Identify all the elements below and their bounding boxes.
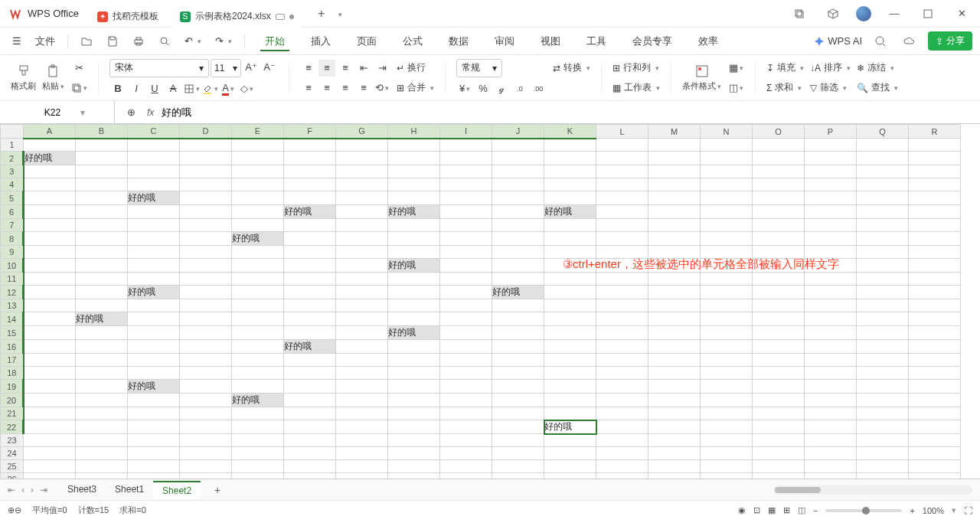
- cell-I22[interactable]: [440, 420, 492, 434]
- cell-J18[interactable]: [492, 367, 544, 380]
- cell-G6[interactable]: [336, 205, 388, 219]
- cell-R3[interactable]: [909, 165, 961, 178]
- cell-D25[interactable]: [180, 460, 232, 473]
- cell-E17[interactable]: [232, 354, 284, 367]
- cell-P9[interactable]: [805, 246, 857, 259]
- cell-P3[interactable]: [805, 165, 857, 178]
- cell-O26[interactable]: [753, 473, 805, 479]
- cell-H6[interactable]: 好的哦: [388, 205, 440, 219]
- select-all-corner[interactable]: [1, 125, 24, 139]
- sheet-nav-last[interactable]: ⇥: [40, 485, 47, 495]
- cell-J26[interactable]: [492, 473, 544, 479]
- cell-B14[interactable]: 好的哦: [76, 312, 128, 326]
- cell-E13[interactable]: [232, 299, 284, 312]
- increase-font-icon[interactable]: A⁺: [243, 59, 260, 76]
- underline-button[interactable]: U: [146, 80, 163, 97]
- cell-G19[interactable]: [336, 380, 388, 394]
- cell-C19[interactable]: 好的哦: [128, 380, 180, 394]
- cell-J17[interactable]: [492, 354, 544, 367]
- cell-E8[interactable]: 好的哦: [232, 232, 284, 246]
- cell-I7[interactable]: [440, 219, 492, 232]
- cell-A1[interactable]: [24, 139, 76, 152]
- cell-K24[interactable]: [544, 447, 596, 460]
- cell-R1[interactable]: [909, 139, 961, 152]
- cell-R20[interactable]: [909, 394, 961, 407]
- cell-I13[interactable]: [440, 299, 492, 312]
- cell-K16[interactable]: [544, 340, 596, 354]
- cell-D5[interactable]: [180, 191, 232, 205]
- cell-O10[interactable]: [753, 259, 805, 273]
- zoom-out-button[interactable]: −: [813, 506, 818, 515]
- cell-N7[interactable]: [701, 219, 753, 232]
- cell-K3[interactable]: [544, 165, 596, 178]
- cell-O25[interactable]: [753, 460, 805, 473]
- cell-O2[interactable]: [753, 152, 805, 165]
- cell-N10[interactable]: [701, 259, 753, 273]
- border-button[interactable]: [183, 80, 200, 97]
- cell-P12[interactable]: [805, 286, 857, 299]
- cell-E21[interactable]: [232, 407, 284, 420]
- cell-B17[interactable]: [76, 354, 128, 367]
- cell-O18[interactable]: [753, 367, 805, 380]
- cell-C6[interactable]: [128, 205, 180, 219]
- cell-H18[interactable]: [388, 367, 440, 380]
- row-header-11[interactable]: 11: [1, 273, 24, 286]
- cell-P10[interactable]: [805, 259, 857, 273]
- col-header-R[interactable]: R: [909, 125, 961, 139]
- cell-O16[interactable]: [753, 340, 805, 354]
- cell-F26[interactable]: [284, 473, 336, 479]
- cell-M24[interactable]: [648, 447, 701, 460]
- cell-N5[interactable]: [701, 191, 753, 205]
- cell-M7[interactable]: [648, 219, 701, 232]
- cell-G8[interactable]: [336, 232, 388, 246]
- cell-Q6[interactable]: [857, 205, 909, 219]
- cell-K22[interactable]: 好的哦: [544, 420, 596, 434]
- cell-C16[interactable]: [128, 340, 180, 354]
- cell-G10[interactable]: [336, 259, 388, 273]
- clear-format-button[interactable]: ◇: [238, 80, 255, 97]
- menu-数据[interactable]: 数据: [444, 31, 473, 51]
- cell-F13[interactable]: [284, 299, 336, 312]
- cell-H3[interactable]: [388, 165, 440, 178]
- menu-插入[interactable]: 插入: [306, 31, 335, 51]
- cell-I2[interactable]: [440, 152, 492, 165]
- cell-N25[interactable]: [701, 460, 753, 473]
- cell-Q9[interactable]: [857, 246, 909, 259]
- cell-E16[interactable]: [232, 340, 284, 354]
- cell-Q1[interactable]: [857, 139, 909, 152]
- cell-R2[interactable]: [909, 152, 961, 165]
- cell-Q17[interactable]: [857, 354, 909, 367]
- cell-P25[interactable]: [805, 460, 857, 473]
- decrease-decimal-icon[interactable]: .00: [530, 80, 547, 97]
- cell-P18[interactable]: [805, 367, 857, 380]
- cell-L26[interactable]: [596, 473, 648, 479]
- cell-N12[interactable]: [701, 286, 753, 299]
- cell-N16[interactable]: [701, 340, 753, 354]
- cell-D22[interactable]: [180, 420, 232, 434]
- cell-J10[interactable]: [492, 259, 544, 273]
- cell-H23[interactable]: [388, 434, 440, 447]
- cell-R17[interactable]: [909, 354, 961, 367]
- cell-R5[interactable]: [909, 191, 961, 205]
- cell-B23[interactable]: [76, 434, 128, 447]
- orientation-icon[interactable]: ⟲: [374, 80, 390, 96]
- save-icon[interactable]: [102, 32, 123, 51]
- cell-I4[interactable]: [440, 178, 492, 191]
- cell-G23[interactable]: [336, 434, 388, 447]
- cell-A7[interactable]: [24, 219, 76, 232]
- cell-Q14[interactable]: [857, 312, 909, 326]
- row-header-3[interactable]: 3: [1, 165, 24, 178]
- cell-M5[interactable]: [648, 191, 701, 205]
- cell-H9[interactable]: [388, 246, 440, 259]
- cell-K9[interactable]: [544, 246, 596, 259]
- cell-M1[interactable]: [648, 139, 701, 152]
- cell-O12[interactable]: [753, 286, 805, 299]
- number-format-select[interactable]: 常规▾: [456, 59, 502, 77]
- print-icon[interactable]: [128, 32, 149, 51]
- cell-D24[interactable]: [180, 447, 232, 460]
- cell-E20[interactable]: 好的哦: [232, 394, 284, 407]
- cell-P8[interactable]: [805, 232, 857, 246]
- cell-K19[interactable]: [544, 380, 596, 394]
- cell-M19[interactable]: [648, 380, 701, 394]
- cell-A25[interactable]: [24, 460, 76, 473]
